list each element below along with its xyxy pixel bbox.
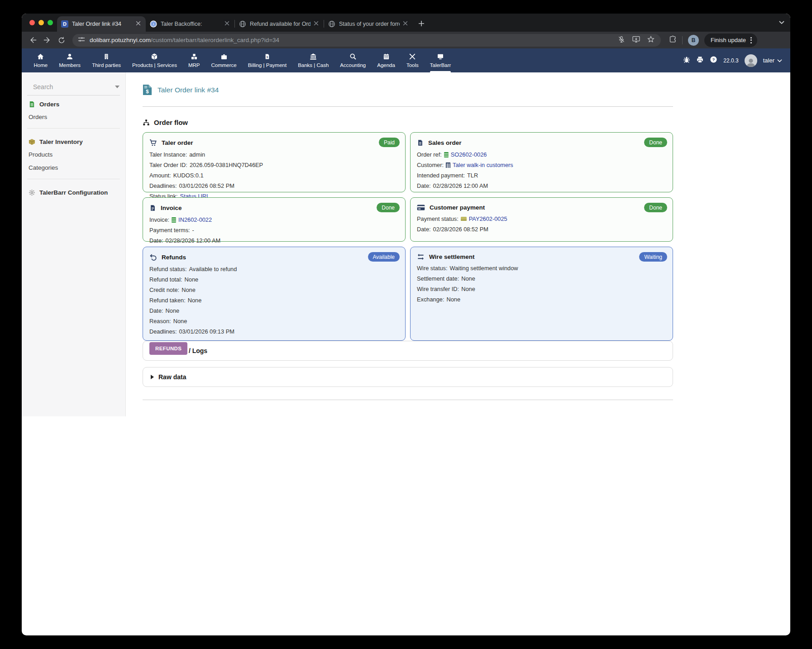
tab-title: Taler Backoffice: xyxy=(161,21,221,27)
user-menu[interactable]: taler xyxy=(763,57,782,64)
finish-update-label: Finish update xyxy=(711,37,746,43)
toolbar-divider xyxy=(682,36,683,44)
dolibarr-top-menu: Home Members Third parties Products | Se… xyxy=(22,48,790,72)
tab-taler-backoffice[interactable]: Taler Backoffice: xyxy=(146,16,234,32)
globe-icon xyxy=(239,20,246,28)
card-title: Sales order xyxy=(428,139,462,146)
top-menu-items: Home Members Third parties Products | Se… xyxy=(28,48,457,72)
search-dropdown-icon[interactable] xyxy=(115,86,119,88)
sitemap-icon xyxy=(143,119,150,126)
close-icon[interactable] xyxy=(402,20,409,28)
sidebar-divider xyxy=(27,128,120,129)
url-text: dolibarr.potuzhnyi.com/custom/talerbarr/… xyxy=(90,37,618,43)
mic-blocked-icon[interactable] xyxy=(618,36,625,45)
browser-toolbar: dolibarr.potuzhnyi.com/custom/talerbarr/… xyxy=(22,32,790,48)
card-title: Customer payment xyxy=(430,204,485,211)
menu-billing-payment[interactable]: $ Billing | Payment xyxy=(242,48,292,72)
close-icon[interactable] xyxy=(224,20,230,28)
svg-text:$: $ xyxy=(146,89,149,94)
card-sales-order: Sales order Done Order ref:SO2602-0026 C… xyxy=(410,132,673,192)
card-header: Wire settlement xyxy=(417,253,666,260)
tab-search-button[interactable] xyxy=(779,19,785,27)
menu-home[interactable]: Home xyxy=(28,48,53,72)
menu-commerce[interactable]: Commerce xyxy=(205,48,242,72)
url-path: /custom/talerbarr/talerorderlink_card.ph… xyxy=(151,37,279,43)
user-avatar[interactable] xyxy=(745,54,757,67)
payment-link[interactable]: PAY2602-0025 xyxy=(469,215,507,223)
address-bar[interactable]: dolibarr.potuzhnyi.com/custom/talerbarr/… xyxy=(72,34,661,47)
menu-banks-cash[interactable]: Banks | Cash xyxy=(292,48,334,72)
card-header: Taler order xyxy=(149,139,399,147)
menu-agenda[interactable]: Agenda xyxy=(372,48,401,72)
status-badge: Done xyxy=(644,138,667,147)
menu-tools[interactable]: Tools xyxy=(401,48,424,72)
back-icon[interactable] xyxy=(26,34,39,47)
exchange-icon xyxy=(417,253,425,260)
sidebar-item-orders[interactable]: Orders xyxy=(22,110,125,124)
card-title: Invoice xyxy=(161,205,182,211)
extensions-icon[interactable] xyxy=(669,35,677,45)
finish-update-button[interactable]: Finish update xyxy=(704,33,757,47)
close-icon[interactable] xyxy=(135,20,142,28)
top-menu-right: ? 22.0.3 taler xyxy=(683,48,790,72)
card-title: Wire settlement xyxy=(429,253,474,260)
page-action-icons xyxy=(618,36,654,45)
file-green-icon xyxy=(444,152,449,157)
gear-icon xyxy=(29,189,35,196)
zoom-window-button[interactable] xyxy=(48,20,53,25)
refunds-button[interactable]: REFUNDS xyxy=(149,342,187,355)
svg-text:?: ? xyxy=(712,57,715,62)
expand-triangle-icon xyxy=(151,375,154,379)
sidebar-section-talerbarr-config[interactable]: TalerBarr Configuration xyxy=(22,184,125,199)
order-flow-cards: Taler order Paid Taler Instance:admin Ta… xyxy=(143,132,673,341)
menu-members[interactable]: Members xyxy=(53,48,86,72)
sidebar-item-products[interactable]: Products xyxy=(22,148,125,161)
tab-strip: D Taler Order link #34 Taler Backoffice: xyxy=(57,14,427,32)
sidebar-item-categories[interactable]: Categories xyxy=(22,161,125,174)
tab-order-status[interactable]: Status of your order forrefund xyxy=(324,16,413,32)
close-window-button[interactable] xyxy=(29,20,35,25)
sidebar-divider xyxy=(27,179,120,179)
sales-order-link[interactable]: SO2602-0026 xyxy=(451,151,487,159)
new-tab-button[interactable] xyxy=(416,18,427,29)
browser-menu-icon[interactable] xyxy=(750,37,752,43)
tab-title: Refund available for Order to xyxy=(250,21,310,27)
menu-mrp[interactable]: MRP xyxy=(182,48,205,72)
card-refunds: Refunds Available Refund status:Availabl… xyxy=(143,247,406,341)
tab-taler-order-link[interactable]: D Taler Order link #34 xyxy=(57,16,146,32)
reload-icon[interactable] xyxy=(55,34,68,47)
panel-raw-data[interactable]: Raw data xyxy=(143,367,673,387)
money-check-icon xyxy=(461,217,467,221)
help-icon[interactable]: ? xyxy=(710,56,717,65)
install-app-icon[interactable] xyxy=(632,36,640,45)
invoice-link[interactable]: IN2602-0022 xyxy=(178,216,212,224)
tab-refund-available[interactable]: Refund available for Order to xyxy=(235,16,324,32)
status-badge: Waiting xyxy=(639,252,667,262)
menu-accounting[interactable]: Accounting xyxy=(334,48,372,72)
toolbar-right: B Finish update xyxy=(665,33,759,47)
invoice-icon xyxy=(149,204,156,212)
sidebar-section-taler-inventory[interactable]: Taler Inventory xyxy=(22,133,125,148)
file-green-icon xyxy=(172,217,176,223)
minimize-window-button[interactable] xyxy=(38,20,44,25)
forward-icon[interactable] xyxy=(41,34,53,47)
customer-link[interactable]: Taler walk-in customers xyxy=(453,161,513,169)
taler-order-doc-icon: $ xyxy=(143,84,152,95)
menu-products-services[interactable]: Products | Services xyxy=(127,48,183,72)
menu-third-parties[interactable]: Third parties xyxy=(86,48,127,72)
site-info-icon[interactable] xyxy=(78,36,85,45)
talerbarr-icon xyxy=(437,53,444,61)
bug-icon[interactable] xyxy=(683,56,690,65)
print-icon[interactable] xyxy=(696,56,704,65)
sidebar-section-orders[interactable]: Orders xyxy=(22,95,125,110)
window-controls xyxy=(29,20,53,25)
card-header: Sales order xyxy=(417,139,666,147)
profile-avatar[interactable]: B xyxy=(688,35,699,46)
card-title: Taler order xyxy=(162,139,193,146)
menu-talerbarr[interactable]: TalerBarr xyxy=(424,48,457,72)
search-input[interactable] xyxy=(33,83,115,91)
tools-icon xyxy=(409,53,416,61)
close-icon[interactable] xyxy=(313,20,320,28)
taler-icon xyxy=(150,20,157,28)
bookmark-star-icon[interactable] xyxy=(647,36,654,45)
